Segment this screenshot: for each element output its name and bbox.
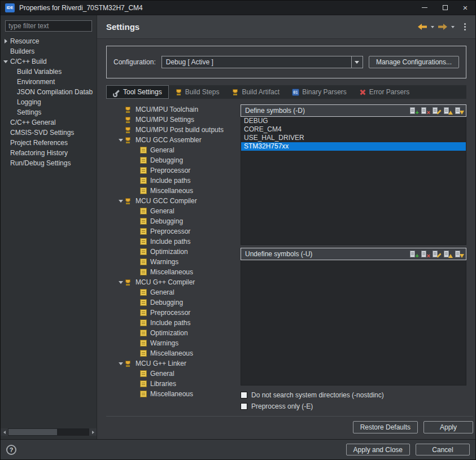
tool-tree-item-debugging[interactable]: Debugging (111, 216, 241, 226)
tool-tree-item-miscellaneous[interactable]: Miscellaneous (111, 348, 241, 358)
cancel-button[interactable]: Cancel (416, 444, 470, 455)
configuration-select[interactable]: Debug [ Active ] (161, 56, 363, 68)
minimize-button[interactable] (414, 1, 435, 15)
tool-tree-item-general[interactable]: General (111, 145, 241, 155)
tool-tree-item-warnings[interactable]: Warnings (111, 338, 241, 348)
sidebar-item-resource[interactable]: Resource (1, 36, 97, 46)
define-symbols-header: Define symbols (-D) +× (241, 104, 466, 117)
restore-defaults-button[interactable]: Restore Defaults (353, 421, 418, 433)
tool-tree-item-general[interactable]: General (111, 287, 241, 297)
option-do-not-search-system-directories-nostdinc[interactable]: Do not search system directories (-nostd… (241, 389, 466, 401)
tool-tree-item-optimization[interactable]: Optimization (111, 247, 241, 257)
maximize-button[interactable] (435, 1, 455, 15)
sidebar-horizontal-scrollbar[interactable] (1, 428, 97, 436)
help-button[interactable]: ? (6, 445, 16, 455)
delete-icon[interactable]: × (421, 250, 430, 259)
define-symbol-row[interactable]: STM32H757xx (241, 142, 466, 151)
scroll-left-button[interactable] (1, 428, 8, 436)
tab-tool-settings[interactable]: Tool Settings (106, 85, 169, 99)
expander-icon[interactable] (117, 196, 124, 205)
tool-tree-item-miscellaneous[interactable]: Miscellaneous (111, 186, 241, 196)
edit-icon[interactable] (432, 107, 442, 115)
expander-icon[interactable] (117, 278, 124, 287)
tool-tree-item-debugging[interactable]: Debugging (111, 297, 241, 308)
sidebar-item-c-c-build[interactable]: C/C++ Build (1, 56, 97, 67)
sidebar-item-c-c-general[interactable]: C/C++ General (1, 117, 97, 128)
manage-configurations-button[interactable]: Manage Configurations... (369, 56, 459, 68)
tool-tree-item-miscellaneous[interactable]: Miscellaneous (111, 389, 241, 399)
tool-tree-item-preprocessor[interactable]: Preprocessor (111, 165, 241, 176)
tool-tree-item-mcu-gcc-assembler[interactable]: MCU GCC Assembler (111, 135, 241, 145)
chevron-down-icon[interactable] (351, 56, 363, 68)
expander-icon[interactable] (117, 359, 124, 368)
tool-tree-item-mcu-g-linker[interactable]: MCU G++ Linker (111, 358, 241, 369)
sidebar-item-build-variables[interactable]: Build Variables (1, 67, 97, 77)
move-down-icon[interactable] (455, 250, 464, 259)
sidebar-item-refactoring-history[interactable]: Refactoring History (1, 148, 97, 158)
checkbox-icon[interactable] (241, 403, 247, 410)
edit-icon[interactable] (432, 250, 442, 259)
tab-binary-parsers[interactable]: Binary Parsers (286, 85, 353, 99)
tab-build-steps[interactable]: Build Steps (169, 85, 226, 99)
sidebar-item-run-debug-settings[interactable]: Run/Debug Settings (1, 158, 97, 168)
move-down-icon[interactable] (455, 107, 464, 115)
back-button[interactable] (417, 23, 428, 31)
tool-tree-item-miscellaneous[interactable]: Miscellaneous (111, 267, 241, 277)
titlebar: IDE Properties for Riverdi_70STM32H7_CM4… (1, 1, 475, 15)
sidebar-item-builders[interactable]: Builders (1, 46, 97, 56)
expander-icon[interactable] (2, 37, 9, 46)
sidebar-item-environment[interactable]: Environment (1, 77, 97, 87)
tool-tree-item-preprocessor[interactable]: Preprocessor (111, 226, 241, 236)
apply-button[interactable]: Apply (423, 421, 473, 433)
sidebar-item-cmsis-svd-settings[interactable]: CMSIS-SVD Settings (1, 128, 97, 138)
forward-button[interactable] (437, 23, 448, 31)
tool-tree-item-preprocessor[interactable]: Preprocessor (111, 308, 241, 318)
tool-tree-item-general[interactable]: General (111, 206, 241, 216)
define-symbol-row[interactable]: USE_HAL_DRIVER (241, 134, 466, 142)
move-up-icon[interactable] (443, 107, 453, 115)
tab-error-parsers[interactable]: Error Parsers (353, 85, 416, 99)
tool-tree-item-include-paths[interactable]: Include paths (111, 318, 241, 328)
move-up-icon[interactable] (443, 250, 453, 259)
define-symbols-list[interactable]: DEBUGCORE_CM4USE_HAL_DRIVERSTM32H757xx (241, 117, 466, 245)
close-button[interactable]: × (455, 1, 475, 15)
option-preprocess-only-e[interactable]: Preprocess only (-E) (241, 401, 466, 412)
tab-build-artifact[interactable]: Build Artifact (225, 85, 286, 99)
tool-tree-item-mcu-mpu-settings[interactable]: MCU/MPU Settings (111, 115, 241, 125)
tool-tree-item-include-paths[interactable]: Include paths (111, 236, 241, 247)
define-symbol-row[interactable]: CORE_CM4 (241, 125, 466, 134)
tool-tree-item-mcu-mpu-toolchain[interactable]: MCU/MPU Toolchain (111, 104, 241, 115)
back-history-caret-icon[interactable] (430, 26, 435, 28)
sidebar-item-settings[interactable]: Settings (1, 107, 97, 117)
forward-history-caret-icon[interactable] (450, 26, 456, 28)
scrollbar-thumb[interactable] (8, 429, 57, 435)
tool-tree-item-label: Debugging (149, 299, 183, 306)
tool-tree-item-libraries[interactable]: Libraries (111, 379, 241, 389)
tool-tree-item-mcu-gcc-compiler[interactable]: MCU GCC Compiler (111, 196, 241, 206)
sidebar-item-project-references[interactable]: Project References (1, 138, 97, 148)
error-icon (359, 89, 366, 96)
view-menu-button[interactable] (460, 22, 470, 32)
tool-tree-item-include-paths[interactable]: Include paths (111, 176, 241, 186)
scroll-right-button[interactable] (89, 428, 97, 436)
add-icon[interactable]: + (409, 107, 419, 115)
tool-tree-item-mcu-g-compiler[interactable]: MCU G++ Compiler (111, 277, 241, 287)
tool-tree-item-debugging[interactable]: Debugging (111, 155, 241, 165)
tool-tree-item-warnings[interactable]: Warnings (111, 257, 241, 267)
delete-icon[interactable]: × (421, 107, 430, 115)
add-icon[interactable]: + (409, 250, 419, 259)
scrollbar-track[interactable] (8, 428, 89, 436)
expander-icon[interactable] (2, 57, 9, 66)
filter-input[interactable] (5, 20, 92, 32)
define-symbol-row[interactable]: DEBUG (241, 117, 466, 125)
tool-tree-item-optimization[interactable]: Optimization (111, 328, 241, 338)
sidebar-item-logging[interactable]: Logging (1, 97, 97, 107)
expander-icon[interactable] (117, 135, 124, 144)
checkbox-icon[interactable] (241, 392, 247, 398)
tool-tree-item-mcu-mpu-post-build-outputs[interactable]: MCU/MPU Post build outputs (111, 125, 241, 135)
undefine-symbols-list[interactable] (241, 260, 466, 385)
sidebar-item-json-compilation-datab[interactable]: JSON Compilation Datab (1, 87, 97, 97)
tool-icon (124, 279, 132, 286)
apply-and-close-button[interactable]: Apply and Close (346, 444, 410, 455)
tool-tree-item-general[interactable]: General (111, 369, 241, 379)
